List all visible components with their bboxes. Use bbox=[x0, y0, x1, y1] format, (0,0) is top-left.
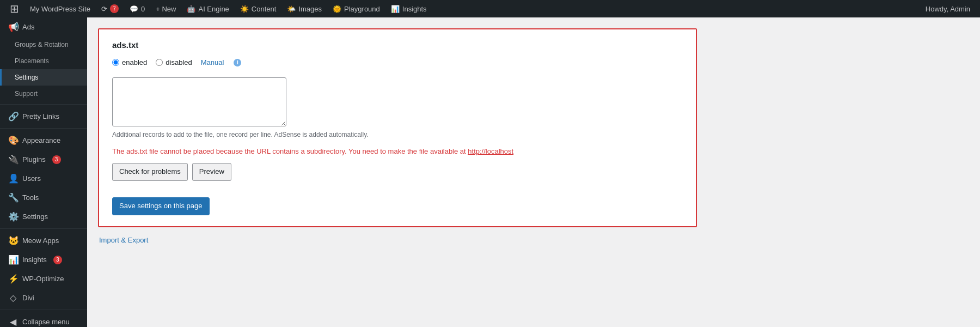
info-icon[interactable]: i bbox=[234, 59, 241, 66]
enabled-radio-label[interactable]: enabled bbox=[112, 58, 147, 66]
section-title: ads.txt bbox=[112, 40, 683, 50]
plugins-badge: 3 bbox=[52, 155, 61, 164]
menu-separator-4 bbox=[0, 310, 87, 310]
sidebar-item-users[interactable]: 👤 Users bbox=[0, 169, 87, 188]
plugins-icon: 🔌 bbox=[8, 154, 18, 165]
appearance-icon: 🎨 bbox=[8, 135, 18, 146]
ads-textarea[interactable] bbox=[112, 77, 286, 126]
adminbar-ai-engine[interactable]: 🤖 AI Engine bbox=[181, 0, 234, 17]
settings-sub-label: Settings bbox=[15, 74, 38, 81]
divi-label: Divi bbox=[22, 294, 34, 302]
playground-label: Playground bbox=[344, 5, 380, 13]
sidebar-item-collapse-menu[interactable]: ◀ Collapse menu bbox=[0, 312, 87, 327]
enabled-radio-text: enabled bbox=[122, 58, 147, 66]
sidebar-item-groups-rotation[interactable]: Groups & Rotation bbox=[0, 37, 87, 53]
check-problems-button[interactable]: Check for problems bbox=[112, 163, 188, 181]
menu-separator-3 bbox=[0, 228, 87, 229]
action-buttons: Check for problems Preview bbox=[112, 163, 683, 181]
insights-sidebar-icon: 📊 bbox=[8, 255, 18, 265]
content-icon: ☀️ bbox=[240, 5, 249, 13]
adminbar-user[interactable]: Howdy, Admin bbox=[920, 5, 976, 13]
content-label: Content bbox=[252, 5, 277, 13]
pretty-links-label: Pretty Links bbox=[22, 112, 59, 120]
settings-panel: ads.txt enabled disabled Manual i Additi… bbox=[98, 28, 697, 227]
adminbar-site-name[interactable]: My WordPress Site bbox=[24, 0, 96, 17]
meow-apps-label: Meow Apps bbox=[22, 237, 59, 245]
sidebar-item-plugins[interactable]: 🔌 Plugins 3 bbox=[0, 150, 87, 169]
disabled-radio[interactable] bbox=[156, 59, 163, 66]
sidebar-item-wp-settings[interactable]: ⚙️ Settings bbox=[0, 207, 87, 226]
collapse-icon: ◀ bbox=[8, 317, 18, 327]
ai-engine-label: AI Engine bbox=[198, 5, 229, 13]
divi-icon: ◇ bbox=[8, 293, 18, 303]
sidebar: 📢 Ads Groups & Rotation Placements Setti… bbox=[0, 17, 87, 327]
enabled-radio[interactable] bbox=[112, 59, 119, 66]
images-label: Images bbox=[298, 5, 322, 13]
users-label: Users bbox=[22, 174, 41, 183]
wp-optimize-label: WP-Optimize bbox=[22, 275, 64, 283]
wp-settings-icon: ⚙️ bbox=[8, 211, 18, 222]
disabled-radio-label[interactable]: disabled bbox=[156, 58, 192, 66]
sidebar-item-tools[interactable]: 🔧 Tools bbox=[0, 188, 87, 207]
wp-optimize-icon: ⚡ bbox=[8, 274, 18, 284]
adminbar-new[interactable]: + New bbox=[150, 0, 181, 17]
textarea-hint: Additional records to add to the file, o… bbox=[112, 131, 683, 138]
import-export-link[interactable]: Import & Export bbox=[99, 236, 148, 244]
pretty-links-icon: 🔗 bbox=[8, 111, 18, 122]
sidebar-item-settings[interactable]: Settings bbox=[0, 69, 87, 86]
insights-bar-label: Insights bbox=[402, 5, 427, 13]
wp-settings-label: Settings bbox=[22, 213, 48, 221]
sidebar-item-appearance[interactable]: 🎨 Appearance bbox=[0, 131, 87, 150]
support-label: Support bbox=[15, 90, 38, 98]
error-text: The ads.txt file cannot be placed becaus… bbox=[112, 147, 468, 155]
updates-icon: ⟳ bbox=[101, 5, 107, 13]
sidebar-item-pretty-links[interactable]: 🔗 Pretty Links bbox=[0, 107, 87, 126]
manual-link[interactable]: Manual bbox=[201, 58, 224, 66]
collapse-menu-label: Collapse menu bbox=[22, 318, 70, 326]
comments-icon: 💬 bbox=[130, 5, 138, 13]
adminbar-wp-logo[interactable]: ⊞ bbox=[4, 0, 24, 17]
adminbar-images[interactable]: 🌤️ Images bbox=[281, 0, 327, 17]
groups-rotation-label: Groups & Rotation bbox=[15, 41, 69, 49]
insights-badge: 3 bbox=[53, 256, 62, 264]
wp-logo-icon: ⊞ bbox=[10, 2, 19, 15]
radio-group: enabled disabled Manual i bbox=[112, 58, 683, 66]
ads-icon: 📢 bbox=[8, 22, 18, 32]
adminbar-updates[interactable]: ⟳ 7 bbox=[96, 0, 124, 17]
sidebar-item-insights[interactable]: 📊 Insights 3 bbox=[0, 250, 87, 269]
site-name-label: My WordPress Site bbox=[30, 5, 90, 13]
sidebar-item-ads[interactable]: 📢 Ads bbox=[0, 17, 87, 37]
new-label: + New bbox=[156, 5, 176, 13]
save-settings-button[interactable]: Save settings on this page bbox=[112, 197, 210, 215]
adminbar-comments[interactable]: 💬 0 bbox=[124, 0, 150, 17]
tools-label: Tools bbox=[22, 193, 39, 202]
error-link[interactable]: http://localhost bbox=[468, 147, 513, 155]
updates-badge: 7 bbox=[110, 4, 119, 13]
insights-sidebar-label: Insights bbox=[22, 256, 47, 264]
appearance-label: Appearance bbox=[22, 136, 60, 144]
adminbar-insights[interactable]: 📊 Insights bbox=[385, 0, 432, 17]
howdy-label: Howdy, Admin bbox=[926, 5, 970, 13]
sidebar-item-meow-apps[interactable]: 🐱 Meow Apps bbox=[0, 231, 87, 250]
comments-count: 0 bbox=[141, 5, 145, 13]
placements-label: Placements bbox=[15, 57, 49, 65]
disabled-radio-text: disabled bbox=[166, 58, 192, 66]
sidebar-ads-label: Ads bbox=[22, 23, 34, 31]
sidebar-item-support[interactable]: Support bbox=[0, 86, 87, 102]
menu-separator-2 bbox=[0, 128, 87, 129]
tools-icon: 🔧 bbox=[8, 192, 18, 203]
sidebar-item-placements[interactable]: Placements bbox=[0, 53, 87, 69]
users-icon: 👤 bbox=[8, 173, 18, 184]
adminbar-playground[interactable]: 🌞 Playground bbox=[327, 0, 385, 17]
error-message: The ads.txt file cannot be placed becaus… bbox=[112, 147, 683, 155]
main-content: ads.txt enabled disabled Manual i Additi… bbox=[87, 17, 980, 327]
sidebar-item-wp-optimize[interactable]: ⚡ WP-Optimize bbox=[0, 269, 87, 288]
sidebar-item-divi[interactable]: ◇ Divi bbox=[0, 288, 87, 307]
insights-bar-icon: 📊 bbox=[391, 5, 400, 13]
meow-apps-icon: 🐱 bbox=[8, 235, 18, 246]
adminbar-content[interactable]: ☀️ Content bbox=[235, 0, 282, 17]
menu-separator-1 bbox=[0, 104, 87, 105]
playground-icon: 🌞 bbox=[333, 5, 341, 13]
preview-button[interactable]: Preview bbox=[192, 163, 231, 181]
admin-bar: ⊞ My WordPress Site ⟳ 7 💬 0 + New 🤖 AI E… bbox=[0, 0, 980, 17]
